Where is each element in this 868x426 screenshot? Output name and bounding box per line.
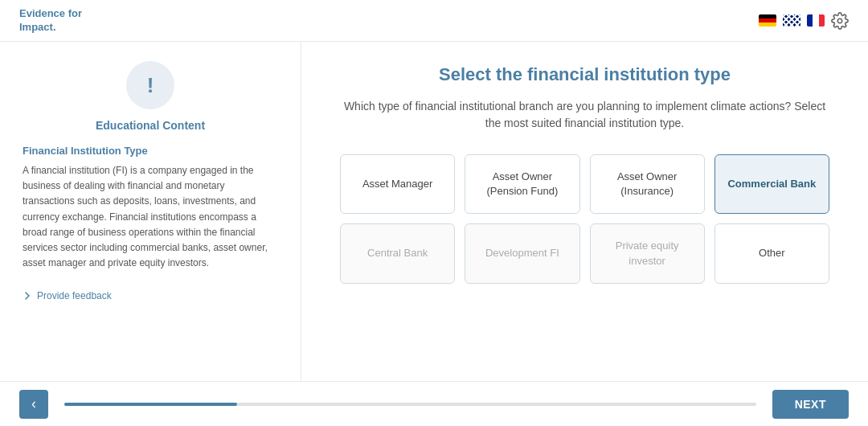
flag-uk[interactable] bbox=[783, 14, 800, 27]
back-button[interactable]: ‹ bbox=[19, 390, 48, 419]
sidebar-body-text: A financial institution (FI) is a compan… bbox=[23, 163, 278, 271]
progress-bar-wrapper bbox=[64, 403, 756, 406]
flag-french[interactable] bbox=[807, 14, 825, 27]
logo-line2: Impact. bbox=[19, 21, 56, 33]
card-private-equity[interactable]: Private equity investor bbox=[590, 223, 705, 283]
sidebar-section-title: Educational Content bbox=[23, 119, 278, 132]
exclamation-icon: ! bbox=[147, 73, 154, 98]
svg-point-0 bbox=[837, 18, 842, 23]
settings-icon[interactable] bbox=[831, 12, 849, 30]
card-central-bank[interactable]: Central Bank bbox=[340, 223, 455, 283]
card-asset-owner-pension[interactable]: Asset Owner (Pension Fund) bbox=[465, 154, 579, 214]
logo: Evidence for Impact. bbox=[19, 7, 82, 35]
chevron-right-icon bbox=[23, 291, 32, 301]
feedback-link[interactable]: Provide feedback bbox=[23, 290, 278, 301]
back-icon: ‹ bbox=[31, 395, 36, 412]
app-header: Evidence for Impact. bbox=[0, 0, 868, 42]
sidebar: ! Educational Content Financial Institut… bbox=[0, 42, 301, 381]
card-asset-owner-insurance[interactable]: Asset Owner (Insurance) bbox=[590, 154, 705, 214]
sidebar-subtitle: Financial Institution Type bbox=[23, 145, 278, 157]
flag-german[interactable] bbox=[759, 14, 776, 27]
card-commercial-bank[interactable]: Commercial Bank bbox=[714, 154, 829, 214]
main-layout: ! Educational Content Financial Institut… bbox=[0, 42, 868, 381]
card-development-fi[interactable]: Development FI bbox=[465, 223, 579, 283]
logo-line1: Evidence for bbox=[19, 7, 82, 19]
footer: ‹ NEXT bbox=[0, 381, 868, 426]
next-button[interactable]: NEXT bbox=[772, 390, 849, 419]
progress-bar-fill bbox=[64, 403, 237, 406]
content-area: Select the financial institution type Wh… bbox=[301, 42, 868, 381]
card-other[interactable]: Other bbox=[714, 223, 829, 283]
educational-icon-bubble: ! bbox=[126, 61, 174, 109]
sidebar-icon-wrapper: ! bbox=[23, 61, 278, 109]
page-description: Which type of financial institutional br… bbox=[340, 98, 829, 132]
card-asset-manager[interactable]: Asset Manager bbox=[340, 154, 455, 214]
page-title: Select the financial institution type bbox=[340, 64, 829, 85]
feedback-link-label: Provide feedback bbox=[37, 290, 112, 301]
header-controls bbox=[759, 12, 849, 30]
institution-type-grid: Asset ManagerAsset Owner (Pension Fund)A… bbox=[340, 154, 829, 284]
